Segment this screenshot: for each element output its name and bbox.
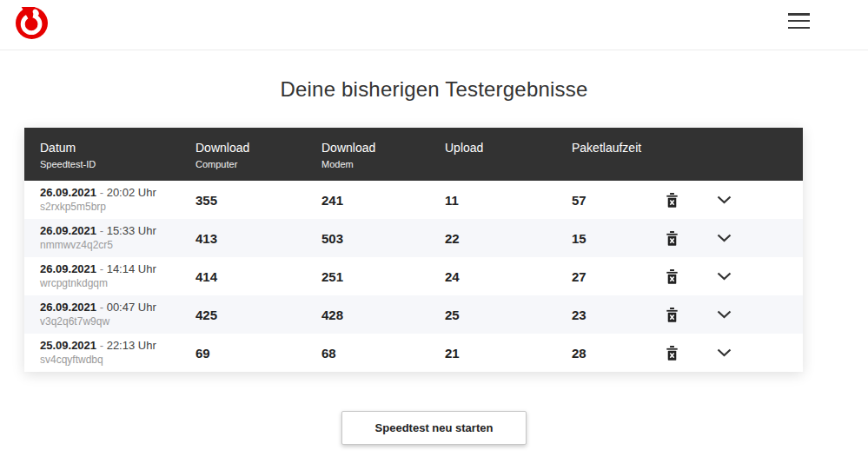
cell-download-modem: 68 [321, 346, 445, 361]
result-time: 00:47 Uhr [107, 301, 156, 314]
trash-delete-icon [666, 231, 679, 246]
chevron-down-icon [717, 272, 732, 281]
hamburger-bar [788, 13, 810, 16]
hamburger-bar [788, 27, 810, 30]
vodafone-speechmark-icon [16, 7, 48, 39]
date-time-separator: - [100, 186, 107, 199]
expand-row-button[interactable] [712, 265, 735, 288]
speedtest-id: nmmwvz4q2cr5 [40, 239, 195, 252]
speedtest-id: v3q2q6t7w9qw [40, 315, 195, 328]
column-header-download-computer: Download Computer [195, 141, 321, 169]
table-body: 26.09.2021 - 20:02 Uhr s2rxkp5m5brp 355 … [24, 181, 803, 372]
result-date: 26.09.2021 [40, 262, 96, 275]
expand-row-button[interactable] [712, 189, 735, 211]
page-title: Deine bisherigen Testergebnisse [0, 77, 868, 102]
chevron-down-icon [717, 348, 732, 357]
hamburger-bar [788, 20, 810, 23]
vodafone-logo[interactable] [16, 7, 48, 39]
table-row: 26.09.2021 - 00:47 Uhr v3q2q6t7w9qw 425 … [24, 295, 803, 334]
trash-delete-icon [666, 193, 679, 208]
trash-delete-icon [666, 346, 679, 361]
cell-download-computer: 69 [195, 346, 321, 361]
cell-download-computer: 425 [195, 308, 321, 322]
column-header-download-modem: Download Modem [321, 141, 445, 169]
date-time-separator: - [100, 339, 107, 352]
column-header-paketlaufzeit: Paketlaufzeit [572, 141, 659, 159]
date-time-separator: - [100, 301, 107, 314]
cell-upload: 22 [445, 231, 572, 246]
cell-date-id: 26.09.2021 - 00:47 Uhr v3q2q6t7w9qw [40, 301, 195, 328]
cell-paketlaufzeit: 28 [572, 346, 659, 361]
cell-download-modem: 241 [321, 193, 445, 208]
top-navigation-bar [0, 0, 868, 50]
chevron-down-icon [717, 195, 732, 204]
cell-download-modem: 503 [321, 231, 445, 246]
table-row: 26.09.2021 - 20:02 Uhr s2rxkp5m5brp 355 … [24, 181, 803, 219]
speedtest-id: sv4cqyftwdbq [40, 354, 195, 367]
date-time-separator: - [100, 262, 107, 275]
delete-result-button[interactable] [660, 303, 683, 326]
expand-row-button[interactable] [712, 227, 735, 249]
result-date: 26.09.2021 [40, 301, 96, 314]
cell-paketlaufzeit: 23 [572, 308, 659, 322]
cell-date-id: 26.09.2021 - 15:33 Uhr nmmwvz4q2cr5 [40, 224, 195, 252]
delete-result-button[interactable] [660, 341, 683, 364]
result-date: 26.09.2021 [40, 224, 96, 237]
column-header-datum: Datum Speedtest-ID [40, 141, 195, 169]
cell-download-computer: 414 [195, 269, 321, 284]
cell-upload: 11 [445, 193, 572, 208]
result-time: 15:33 Uhr [107, 224, 156, 237]
cell-date-id: 25.09.2021 - 22:13 Uhr sv4cqyftwdbq [40, 339, 195, 367]
trash-delete-icon [666, 308, 679, 322]
cell-download-modem: 428 [321, 308, 445, 322]
cell-paketlaufzeit: 57 [572, 193, 659, 208]
table-row: 26.09.2021 - 15:33 Uhr nmmwvz4q2cr5 413 … [24, 219, 803, 257]
expand-row-button[interactable] [712, 341, 735, 364]
chevron-down-icon [717, 310, 732, 319]
delete-result-button[interactable] [660, 265, 683, 288]
delete-result-button[interactable] [660, 189, 683, 211]
cell-upload: 21 [445, 346, 572, 361]
trash-delete-icon [666, 269, 679, 284]
table-row: 26.09.2021 - 14:14 Uhr wrcpgtnkdgqm 414 … [24, 257, 803, 295]
cell-date-id: 26.09.2021 - 20:02 Uhr s2rxkp5m5brp [40, 186, 195, 214]
result-time: 22:13 Uhr [107, 339, 156, 352]
result-time: 14:14 Uhr [107, 262, 156, 275]
cell-date-id: 26.09.2021 - 14:14 Uhr wrcpgtnkdgqm [40, 262, 195, 290]
date-time-separator: - [100, 224, 107, 237]
chevron-down-icon [717, 234, 732, 242]
speedtest-id: s2rxkp5m5brp [40, 201, 195, 214]
cell-download-modem: 251 [321, 269, 445, 284]
cell-download-computer: 413 [195, 231, 321, 246]
expand-row-button[interactable] [712, 303, 735, 326]
cell-upload: 25 [445, 308, 572, 322]
table-header-row: Datum Speedtest-ID Download Computer Dow… [24, 128, 803, 181]
result-time: 20:02 Uhr [107, 186, 156, 199]
table-row: 25.09.2021 - 22:13 Uhr sv4cqyftwdbq 69 6… [24, 334, 803, 372]
results-table: Datum Speedtest-ID Download Computer Dow… [24, 128, 803, 372]
column-header-upload: Upload [445, 141, 572, 159]
cell-paketlaufzeit: 27 [572, 269, 659, 284]
cell-upload: 24 [445, 269, 572, 284]
restart-speedtest-button[interactable]: Speedtest neu starten [341, 411, 527, 445]
cell-download-computer: 355 [195, 193, 321, 208]
hamburger-menu-button[interactable] [788, 12, 810, 30]
result-date: 26.09.2021 [40, 186, 96, 199]
result-date: 25.09.2021 [40, 339, 96, 352]
speedtest-id: wrcpgtnkdgqm [40, 277, 195, 290]
delete-result-button[interactable] [660, 227, 683, 249]
cell-paketlaufzeit: 15 [572, 231, 659, 246]
